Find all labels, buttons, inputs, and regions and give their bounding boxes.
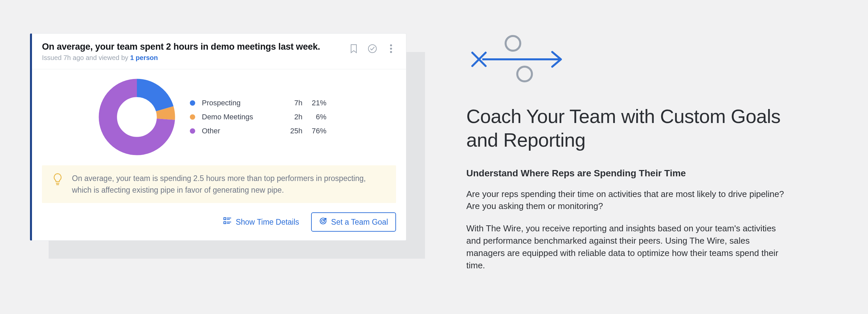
- legend-swatch: [190, 129, 195, 134]
- svg-rect-12: [224, 222, 226, 224]
- bookmark-icon[interactable]: [349, 44, 359, 54]
- legend-swatch: [190, 100, 195, 106]
- paragraph-2: With The Wire, you receive reporting and…: [466, 222, 786, 272]
- svg-point-20: [506, 36, 520, 51]
- card-header-text: On average, your team spent 2 hours in d…: [42, 42, 320, 62]
- legend-label: Demo Meetings: [202, 113, 272, 121]
- svg-point-1: [390, 44, 392, 46]
- card-subtitle: Issued 7h ago and viewed by 1 person: [42, 54, 320, 62]
- show-time-details-label: Show Time Details: [236, 218, 299, 227]
- card-title: On average, your team spent 2 hours in d…: [42, 42, 320, 52]
- chart-legend: Prospecting7h21%Demo Meetings2h6%Other25…: [190, 99, 327, 135]
- card-actions: [349, 42, 396, 54]
- target-icon: [319, 217, 327, 227]
- svg-point-21: [517, 67, 532, 81]
- legend-row: Demo Meetings2h6%: [190, 113, 327, 121]
- legend-swatch: [190, 114, 195, 120]
- legend-percent: 6%: [306, 113, 327, 121]
- set-team-goal-button[interactable]: Set a Team Goal: [311, 212, 396, 232]
- lightbulb-icon: [52, 173, 63, 187]
- paragraph-1: Are your reps spending their time on act…: [466, 188, 786, 213]
- insight-callout: On average, your team is spending 2.5 ho…: [42, 165, 396, 203]
- donut-chart: [99, 79, 175, 155]
- card-subtitle-prefix: Issued 7h ago and viewed by: [42, 54, 130, 61]
- legend-percent: 76%: [306, 127, 327, 135]
- legend-row: Prospecting7h21%: [190, 99, 327, 107]
- insight-card-wrap: On average, your team spent 2 hours in d…: [30, 33, 406, 241]
- svg-point-0: [368, 45, 376, 53]
- list-details-icon: [223, 217, 232, 227]
- strategy-arrow-icon: [466, 33, 806, 85]
- legend-row: Other25h76%: [190, 127, 327, 135]
- insight-card: On average, your team spent 2 hours in d…: [30, 33, 406, 241]
- legend-label: Other: [202, 127, 272, 135]
- check-circle-icon[interactable]: [367, 44, 377, 54]
- svg-point-3: [390, 51, 392, 53]
- legend-label: Prospecting: [202, 99, 272, 107]
- legend-hours: 2h: [276, 113, 303, 121]
- subheadline: Understand Where Reps are Spending Their…: [466, 168, 806, 179]
- legend-hours: 7h: [276, 99, 303, 107]
- svg-rect-9: [224, 218, 226, 220]
- donut-hole: [120, 100, 154, 134]
- legend-hours: 25h: [276, 127, 303, 135]
- card-header: On average, your team spent 2 hours in d…: [42, 42, 396, 62]
- chart-row: Prospecting7h21%Demo Meetings2h6%Other25…: [42, 69, 396, 165]
- card-subtitle-accent: 1 person: [130, 54, 158, 61]
- show-time-details-button[interactable]: Show Time Details: [223, 217, 299, 227]
- set-team-goal-label: Set a Team Goal: [331, 218, 388, 227]
- legend-percent: 21%: [306, 99, 327, 107]
- marketing-copy: Coach Your Team with Custom Goals and Re…: [466, 33, 806, 282]
- insight-text: On average, your team is spending 2.5 ho…: [72, 173, 386, 196]
- card-footer: Show Time Details Set a Team Goal: [42, 212, 396, 232]
- svg-point-2: [390, 48, 392, 50]
- more-vertical-icon[interactable]: [386, 44, 396, 54]
- headline: Coach Your Team with Custom Goals and Re…: [466, 105, 806, 152]
